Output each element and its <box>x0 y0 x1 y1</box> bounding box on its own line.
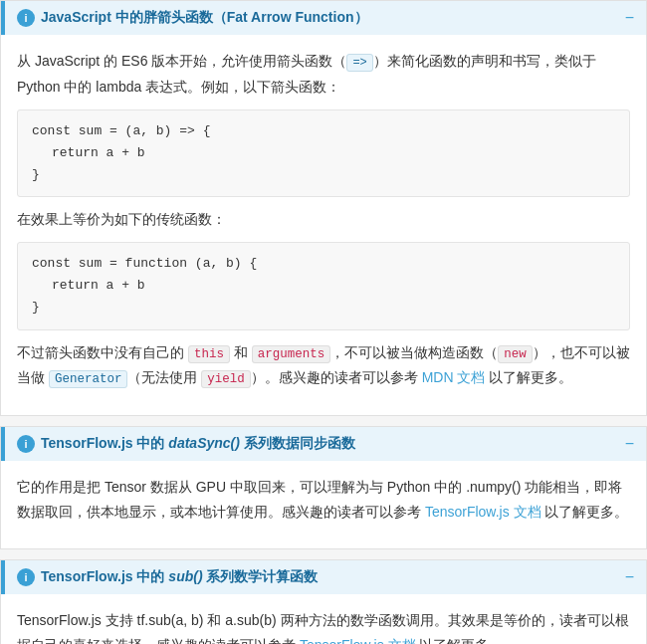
arguments-code: arguments <box>252 345 331 363</box>
this-code: this <box>188 345 230 363</box>
fat-arrow-para2: 在效果上等价为如下的传统函数： <box>17 207 630 232</box>
sub-link[interactable]: TensorFlow.js 文档 <box>300 637 416 644</box>
sub-section: i TensorFlow.js 中的 sub() 系列数学计算函数 − Tens… <box>0 559 647 644</box>
fat-arrow-para3: 不过箭头函数中没有自己的 this 和 arguments，不可以被当做构造函数… <box>17 340 630 391</box>
collapse-btn-2[interactable]: − <box>625 435 634 453</box>
datasync-header: i TensorFlow.js 中的 dataSync() 系列数据同步函数 − <box>1 427 646 461</box>
new-code: new <box>498 345 533 363</box>
fat-arrow-title: JavaScript 中的胖箭头函数（Fat Arrow Function） <box>41 9 617 27</box>
collapse-btn-1[interactable]: − <box>625 9 634 27</box>
datasync-section: i TensorFlow.js 中的 dataSync() 系列数据同步函数 −… <box>0 426 647 549</box>
info-icon-1: i <box>17 9 35 27</box>
info-icon-3: i <box>17 568 35 586</box>
info-icon-2: i <box>17 435 35 453</box>
code-block-1: const sum = (a, b) => { return a + b } <box>17 109 630 197</box>
sub-header: i TensorFlow.js 中的 sub() 系列数学计算函数 − <box>1 560 646 594</box>
fat-arrow-section: i JavaScript 中的胖箭头函数（Fat Arrow Function）… <box>0 0 647 416</box>
generator-code: Generator <box>49 370 128 388</box>
fat-arrow-body: 从 JavaScript 的 ES6 版本开始，允许使用箭头函数（=>）来简化函… <box>1 35 646 415</box>
arrow-code: => <box>346 54 372 72</box>
collapse-btn-3[interactable]: − <box>625 568 634 586</box>
datasync-title: TensorFlow.js 中的 dataSync() 系列数据同步函数 <box>41 435 617 453</box>
sub-para1: TensorFlow.js 支持 tf.sub(a, b) 和 a.sub(b)… <box>17 608 630 644</box>
datasync-link[interactable]: TensorFlow.js 文档 <box>425 504 541 520</box>
sub-body: TensorFlow.js 支持 tf.sub(a, b) 和 a.sub(b)… <box>1 594 646 644</box>
fat-arrow-header: i JavaScript 中的胖箭头函数（Fat Arrow Function）… <box>1 1 646 35</box>
yield-code: yield <box>201 370 251 388</box>
mdn-link[interactable]: MDN 文档 <box>422 369 486 385</box>
sub-title: TensorFlow.js 中的 sub() 系列数学计算函数 <box>41 568 617 586</box>
datasync-body: 它的作用是把 Tensor 数据从 GPU 中取回来，可以理解为与 Python… <box>1 461 646 548</box>
code-block-2: const sum = function (a, b) { return a +… <box>17 242 630 329</box>
fat-arrow-para1: 从 JavaScript 的 ES6 版本开始，允许使用箭头函数（=>）来简化函… <box>17 49 630 100</box>
datasync-para1: 它的作用是把 Tensor 数据从 GPU 中取回来，可以理解为与 Python… <box>17 475 630 525</box>
